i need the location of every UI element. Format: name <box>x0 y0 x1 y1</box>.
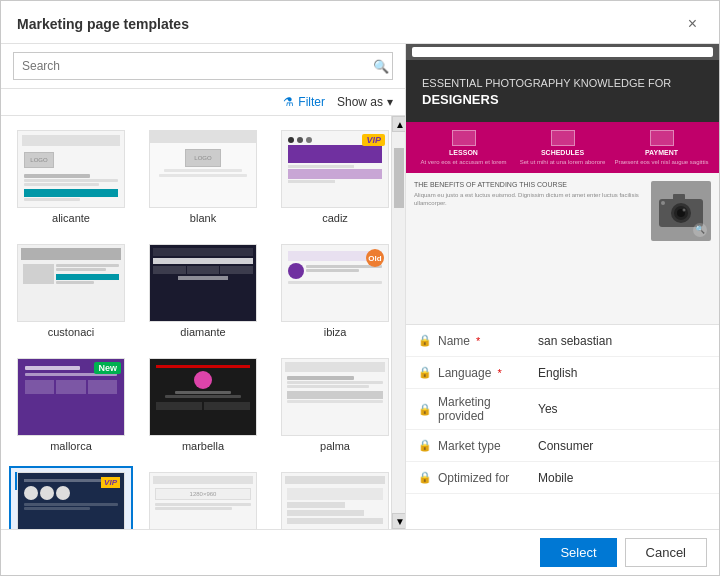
preview-hero-text: ESSENTIAL PHOTOGRAPHY KNOWLEDGE FOR DESI… <box>422 76 703 110</box>
scroll-track: ▲ ▼ <box>391 116 405 529</box>
preview-feature-label-payment: PAYMENT <box>645 149 678 156</box>
prop-row-market-type: 🔒 Market type Consumer <box>406 430 719 462</box>
template-name-mallorca: mallorca <box>50 440 92 452</box>
template-item-cadiz[interactable]: VIP <box>273 124 397 230</box>
show-as-button[interactable]: Show as ▾ <box>337 95 393 109</box>
prop-label-text-marketing: Marketing provided <box>438 395 538 423</box>
prop-label-name: 🔒 Name * <box>418 334 538 348</box>
search-toolbar: 🔍 <box>1 44 405 89</box>
lock-icon-language: 🔒 <box>418 366 432 379</box>
preview-hero-bold: DESIGNERS <box>422 92 499 107</box>
preview-feature-text-payment: Praesent eos vel nisl augue sagittis <box>614 159 708 165</box>
preview-feature-icon-payment <box>650 130 674 146</box>
template-item-custonaci[interactable]: custonaci <box>9 238 133 344</box>
template-thumb-marbella <box>149 358 257 436</box>
preview-feature-text-lesson: At vero eos et accusam et lorem <box>420 159 506 165</box>
preview-course-body: Aliquam eu justo a est luctus euismod. D… <box>414 191 643 208</box>
show-as-label: Show as <box>337 95 383 109</box>
lock-icon-marketing: 🔒 <box>418 403 432 416</box>
template-thumb-custonaci <box>17 244 125 322</box>
preview-feature-text-schedules: Set ut mihi at una lorem aborore <box>520 159 606 165</box>
close-button[interactable]: × <box>682 13 703 35</box>
prop-label-text-name: Name <box>438 334 470 348</box>
template-thumb-alicante: LOGO <box>17 130 125 208</box>
filter-icon: ⚗ <box>283 95 294 109</box>
preview-camera-image: 🔍 <box>651 181 711 241</box>
filter-label: Filter <box>298 95 325 109</box>
select-button[interactable]: Select <box>540 538 616 567</box>
prop-row-name: 🔒 Name * san sebastian <box>406 325 719 357</box>
template-thumb-san-sebastian: VIP 🔍 <box>17 472 125 529</box>
template-item-struct1[interactable]: struct-1 <box>273 466 397 529</box>
preview-feature-icon-schedules <box>551 130 575 146</box>
prop-row-language: 🔒 Language * English <box>406 357 719 389</box>
prop-row-optimized: 🔒 Optimized for Mobile <box>406 462 719 494</box>
marketing-templates-dialog: Marketing page templates × 🔍 ⚗ Filter Sh… <box>0 0 720 576</box>
preview-feature-lesson: LESSON At vero eos et accusam et lorem <box>414 130 513 165</box>
template-thumb-struct1 <box>281 472 389 529</box>
scroll-up-arrow[interactable]: ▲ <box>392 116 405 132</box>
template-item-blank[interactable]: LOGO blank <box>141 124 265 230</box>
scroll-thumb[interactable] <box>394 148 404 208</box>
preview-feature-icon-lesson <box>452 130 476 146</box>
prop-value-name: san sebastian <box>538 334 707 348</box>
svg-point-6 <box>661 201 665 205</box>
template-item-san-sebastian[interactable]: ✓ VIP <box>9 466 133 529</box>
scroll-down-arrow[interactable]: ▼ <box>392 513 405 529</box>
svg-point-5 <box>683 208 686 211</box>
preview-feature-payment: PAYMENT Praesent eos vel nisl augue sagi… <box>612 130 711 165</box>
cancel-button[interactable]: Cancel <box>625 538 707 567</box>
lock-icon-market-type: 🔒 <box>418 439 432 452</box>
template-name-ibiza: ibiza <box>324 326 347 338</box>
template-item-sitges[interactable]: 1280×960 sitges <box>141 466 265 529</box>
prop-label-marketing: 🔒 Marketing provided <box>418 395 538 423</box>
template-name-palma: palma <box>320 440 350 452</box>
preview-image: ESSENTIAL PHOTOGRAPHY KNOWLEDGE FOR DESI… <box>406 44 719 324</box>
template-thumb-diamante <box>149 244 257 322</box>
prop-label-optimized: 🔒 Optimized for <box>418 471 538 485</box>
left-panel-inner: LOGO alicante <box>1 116 405 529</box>
preview-hero: ESSENTIAL PHOTOGRAPHY KNOWLEDGE FOR DESI… <box>406 60 719 122</box>
prop-value-marketing: Yes <box>538 402 707 416</box>
preview-feature-label-lesson: LESSON <box>449 149 478 156</box>
template-thumb-cadiz: VIP <box>281 130 389 208</box>
template-item-marbella[interactable]: marbella <box>141 352 265 458</box>
preview-feature-schedules: SCHEDULES Set ut mihi at una lorem aboro… <box>513 130 612 165</box>
prop-required-name: * <box>476 335 480 347</box>
svg-rect-1 <box>673 194 685 201</box>
dialog-body: 🔍 ⚗ Filter Show as ▾ <box>1 44 719 529</box>
template-thumb-blank: LOGO <box>149 130 257 208</box>
prop-label-text-language: Language <box>438 366 491 380</box>
template-item-mallorca[interactable]: New mallorca <box>9 352 133 458</box>
template-item-ibiza[interactable]: Old <box>273 238 397 344</box>
templates-grid: LOGO alicante <box>1 116 405 529</box>
template-thumb-ibiza: Old <box>281 244 389 322</box>
preview-features-section: LESSON At vero eos et accusam et lorem S… <box>406 122 719 173</box>
preview-browser-bar <box>406 44 719 60</box>
prop-value-market-type: Consumer <box>538 439 707 453</box>
preview-feature-label-schedules: SCHEDULES <box>541 149 584 156</box>
template-name-blank: blank <box>190 212 216 224</box>
filter-area: ⚗ Filter Show as ▾ <box>1 89 405 116</box>
filter-button[interactable]: ⚗ Filter <box>283 95 325 109</box>
dialog-title: Marketing page templates <box>17 16 189 32</box>
lock-icon-optimized: 🔒 <box>418 471 432 484</box>
preview-content: ESSENTIAL PHOTOGRAPHY KNOWLEDGE FOR DESI… <box>406 44 719 324</box>
template-thumb-mallorca: New <box>17 358 125 436</box>
template-name-diamante: diamante <box>180 326 225 338</box>
preview-course-title: THE BENEFITS OF ATTENDING THIS COURSE <box>414 181 643 188</box>
preview-url-bar <box>412 47 713 57</box>
dialog-header: Marketing page templates × <box>1 1 719 44</box>
search-input[interactable] <box>13 52 393 80</box>
left-panel: 🔍 ⚗ Filter Show as ▾ <box>1 44 406 529</box>
search-icon-button[interactable]: 🔍 <box>373 59 389 74</box>
properties-panel: 🔒 Name * san sebastian 🔒 Language * Engl… <box>406 324 719 529</box>
preview-bottom-text: THE BENEFITS OF ATTENDING THIS COURSE Al… <box>414 181 643 316</box>
template-item-alicante[interactable]: LOGO alicante <box>9 124 133 230</box>
template-item-diamante[interactable]: diamante <box>141 238 265 344</box>
template-name-cadiz: cadiz <box>322 212 348 224</box>
search-input-wrap: 🔍 <box>13 52 393 80</box>
template-item-palma[interactable]: palma <box>273 352 397 458</box>
prop-value-language: English <box>538 366 707 380</box>
prop-label-language: 🔒 Language * <box>418 366 538 380</box>
